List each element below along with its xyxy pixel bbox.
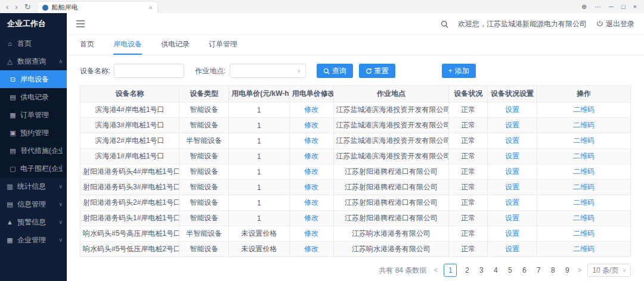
qrcode-link[interactable]: 二维码 xyxy=(573,229,595,238)
modify-link[interactable]: 修改 xyxy=(304,152,318,160)
price-modify-cell: 修改 xyxy=(289,195,333,211)
qrcode-link[interactable]: 二维码 xyxy=(573,105,595,114)
browser-back-icon[interactable]: ‹ xyxy=(6,2,8,11)
modify-link[interactable]: 修改 xyxy=(304,183,318,191)
modify-link[interactable]: 修改 xyxy=(304,245,318,253)
next-page-icon[interactable]: > xyxy=(577,266,581,274)
qrcode-link[interactable]: 二维码 xyxy=(573,214,595,222)
modify-link[interactable]: 修改 xyxy=(304,198,318,207)
sidebar-item-warning-information[interactable]: ▲预警信息∨ xyxy=(0,213,67,231)
sidebar-item-home[interactable]: ⌂首页 xyxy=(0,35,67,52)
page-number[interactable]: 8 xyxy=(549,266,557,274)
setting-link[interactable]: 设置 xyxy=(505,229,519,238)
prev-page-icon[interactable]: < xyxy=(434,266,438,274)
setting-link[interactable]: 设置 xyxy=(505,121,519,129)
location-cell: 江苏盐城港滨海港投资开发有限公司 xyxy=(333,149,449,164)
modify-link[interactable]: 修改 xyxy=(304,136,318,145)
device-name-cell: 响水码头#5号低压岸电桩2号口 xyxy=(80,242,179,257)
sidebar-item-order-management[interactable]: ▦订单管理 xyxy=(0,106,67,124)
sidebar-collapse-icon[interactable] xyxy=(76,20,85,27)
table-row: 响水码头#5号高压岸电桩1号口半智能设备未设置价格修改江苏响水港港务有限公司正常… xyxy=(80,226,631,242)
status-cell: 正常 xyxy=(449,164,488,180)
device-type-cell: 智能设备 xyxy=(179,211,229,226)
page-number[interactable]: 1 xyxy=(444,264,457,277)
add-button[interactable]: + 添加 xyxy=(442,64,476,78)
chevron-down-icon: ∨ xyxy=(58,219,63,225)
search-icon[interactable] xyxy=(441,20,448,28)
device-name-cell: 滨海港4#岸电桩1号口 xyxy=(80,102,179,118)
reset-button[interactable]: 重置 xyxy=(359,64,395,78)
page-tab[interactable]: 首页 xyxy=(80,35,94,55)
operation-cell: 二维码 xyxy=(537,226,631,242)
browser-forward-icon[interactable]: › xyxy=(15,2,17,11)
modify-link[interactable]: 修改 xyxy=(304,214,318,222)
page-number[interactable]: 5 xyxy=(506,266,514,274)
sidebar-item-information-management[interactable]: ▤信息管理∨ xyxy=(0,195,67,213)
page-number[interactable]: 7 xyxy=(534,266,543,274)
page-number[interactable]: 6 xyxy=(520,266,528,274)
sidebar-item-label: 供电记录 xyxy=(20,92,63,102)
device-name-input[interactable] xyxy=(114,64,184,78)
search-button[interactable]: 查询 xyxy=(317,64,353,78)
tab-close-icon[interactable]: × xyxy=(148,4,152,11)
status-setting-cell: 设置 xyxy=(487,164,537,180)
sidebar-item-enterprise-management[interactable]: ▦企业管理∨ xyxy=(0,231,67,249)
setting-link[interactable]: 设置 xyxy=(505,214,519,222)
status-setting-cell: 设置 xyxy=(487,242,537,257)
qrcode-link[interactable]: 二维码 xyxy=(573,152,595,160)
page-tab[interactable]: 订单管理 xyxy=(209,35,237,55)
page-number[interactable]: 2 xyxy=(463,266,471,274)
page-size-select[interactable]: 10 条/页∨ xyxy=(587,264,631,277)
qrcode-link[interactable]: 二维码 xyxy=(573,198,595,207)
window-maximize-icon[interactable]: □ xyxy=(621,3,626,10)
modify-link[interactable]: 修改 xyxy=(304,105,318,114)
sidebar-item-reservation-management[interactable]: ▣预约管理 xyxy=(0,124,67,142)
modify-link[interactable]: 修改 xyxy=(304,121,318,129)
modify-link[interactable]: 修改 xyxy=(304,229,318,238)
setting-link[interactable]: 设置 xyxy=(505,183,519,191)
sidebar-item-alternative-measures[interactable]: ▤替代措施(企业) xyxy=(0,142,67,160)
browser-refresh-icon[interactable]: ↻ xyxy=(24,2,31,11)
page-number[interactable]: 3 xyxy=(477,266,485,274)
page-number[interactable]: 9 xyxy=(563,266,571,274)
window-minimize-icon[interactable]: ─ xyxy=(609,3,614,10)
chevron-up-icon: ∧ xyxy=(58,58,63,64)
logout-button[interactable]: 退出登录 xyxy=(596,19,634,29)
location-select[interactable]: ∨ xyxy=(230,64,306,78)
modify-link[interactable]: 修改 xyxy=(304,167,318,176)
browser-tab[interactable]: 船舶岸电 × xyxy=(37,1,158,13)
column-header: 设备状况 xyxy=(449,86,488,102)
qrcode-link[interactable]: 二维码 xyxy=(573,167,595,176)
page-tab[interactable]: 岸电设备 xyxy=(113,35,142,55)
setting-link[interactable]: 设置 xyxy=(505,136,519,145)
device-type-cell: 智能设备 xyxy=(179,242,229,257)
setting-link[interactable]: 设置 xyxy=(505,105,519,114)
browser-more-icon[interactable]: ⋯ xyxy=(595,3,601,11)
page-tab[interactable]: 供电记录 xyxy=(161,35,190,55)
setting-link[interactable]: 设置 xyxy=(505,198,519,207)
setting-link[interactable]: 设置 xyxy=(505,152,519,160)
window-close-icon[interactable]: × xyxy=(633,3,637,10)
sidebar-item-statistics[interactable]: ▥统计信息∨ xyxy=(0,177,67,195)
browser-globe-icon[interactable]: ⊕ xyxy=(581,3,587,11)
column-header: 用电单价(元/kW-h) xyxy=(229,86,290,102)
qrcode-link[interactable]: 二维码 xyxy=(573,121,595,129)
sidebar-item-electronic-fence[interactable]: ▢电子围栏(企业) xyxy=(0,160,67,177)
status-setting-cell: 设置 xyxy=(487,118,537,133)
setting-link[interactable]: 设置 xyxy=(505,167,519,176)
table-row: 射阳港港务码头2#岸电桩1号口智能设备1修改江苏射阳港腾程港口有限公司正常设置二… xyxy=(80,195,631,211)
operation-cell: 二维码 xyxy=(537,118,631,133)
setting-link[interactable]: 设置 xyxy=(505,245,519,253)
device-name-cell: 射阳港港务码头3#岸电桩1号口 xyxy=(80,180,179,195)
qrcode-link[interactable]: 二维码 xyxy=(573,183,595,191)
sidebar-item-shore-power-devices[interactable]: ⊡岸电设备 xyxy=(0,70,67,88)
qrcode-link[interactable]: 二维码 xyxy=(573,245,595,253)
sidebar-item-label: 替代措施(企业) xyxy=(20,146,63,156)
sidebar-item-data-query[interactable]: △数据查询∧ xyxy=(0,52,67,70)
chevron-down-icon: ∨ xyxy=(297,68,301,74)
page-number[interactable]: 4 xyxy=(491,266,500,274)
status-setting-cell: 设置 xyxy=(487,226,537,242)
column-header: 作业地点 xyxy=(333,86,449,102)
sidebar-item-power-supply-records[interactable]: ▤供电记录 xyxy=(0,88,67,106)
qrcode-link[interactable]: 二维码 xyxy=(573,136,595,145)
